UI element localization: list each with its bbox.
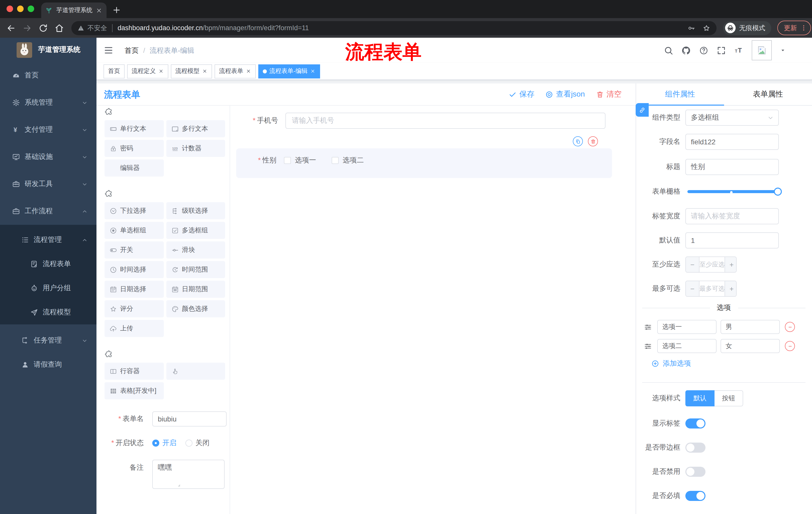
github-icon[interactable]	[682, 46, 691, 55]
search-icon[interactable]	[664, 46, 673, 55]
sidebar-subitem-流程表单[interactable]: 流程表单	[0, 252, 96, 276]
palette-item-下拉选择[interactable]: 下拉选择	[105, 202, 164, 219]
palette-item-多行文本[interactable]: 多行文本	[166, 120, 225, 137]
field-title-input[interactable]: 性别	[685, 159, 779, 175]
view-json-button[interactable]: 查看json	[546, 89, 585, 99]
back-icon[interactable]	[6, 23, 16, 33]
toggle-显示标签[interactable]	[685, 418, 705, 429]
palette-item-日期范围[interactable]: 日期范围	[166, 281, 225, 298]
tag-首页[interactable]: 首页	[104, 64, 125, 78]
tag-流程表单-编辑[interactable]: 流程表单-编辑	[258, 64, 320, 78]
bookmark-star-icon[interactable]	[702, 24, 710, 32]
sidebar-item-工作流程[interactable]: 工作流程	[0, 198, 96, 225]
resize-grip-icon[interactable]	[175, 482, 181, 487]
palette-item-上传[interactable]: 上传	[105, 320, 164, 337]
menu-dots-icon[interactable]	[800, 24, 808, 32]
tag-close-icon[interactable]	[246, 69, 251, 74]
address-bar[interactable]: 不安全 dashboard.yudao.iocoder.cn /bpm/mana…	[71, 21, 717, 35]
browser-tab[interactable]: 芋道管理系统	[41, 2, 107, 18]
traffic-light-minimize[interactable]	[17, 5, 24, 12]
sidebar-item-首页[interactable]: 首页	[0, 62, 96, 89]
palette-item-颜色选择[interactable]: 颜色选择	[166, 300, 225, 317]
sidebar-item-请假查询[interactable]: 请假查询	[0, 353, 96, 377]
clear-button[interactable]: 清空	[596, 89, 621, 99]
selected-component-gender[interactable]: *性别 选项一选项二	[236, 148, 612, 178]
palette-item-编辑器[interactable]: 编辑器	[105, 159, 164, 177]
font-size-icon[interactable]: TT	[734, 46, 744, 55]
traffic-light-zoom[interactable]	[28, 5, 34, 12]
drag-handle-icon[interactable]	[644, 342, 652, 350]
stepper-minus[interactable]: −	[686, 257, 699, 272]
user-avatar[interactable]	[752, 40, 772, 60]
sidebar-subitem-用户分组[interactable]: 用户分组	[0, 276, 96, 300]
field-name-input[interactable]: field122	[685, 134, 779, 150]
option-label-input[interactable]: 选项二	[657, 339, 717, 353]
save-button[interactable]: 保存	[509, 89, 534, 99]
palette-item-行容器[interactable]: 行容器	[105, 362, 164, 380]
sidebar-item-系统管理[interactable]: 系统管理	[0, 89, 96, 116]
help-question-icon[interactable]	[699, 46, 708, 55]
palette-item-级联选择[interactable]: 级联选择	[166, 202, 225, 219]
traffic-light-close[interactable]	[6, 5, 13, 12]
option-value-input[interactable]: 女	[721, 339, 780, 353]
palette-item-时间选择[interactable]: 时间选择	[105, 261, 164, 278]
tag-流程定义[interactable]: 流程定义	[127, 64, 168, 78]
update-button[interactable]: 更新	[777, 21, 811, 35]
palette-item-多选框组[interactable]: 多选框组	[166, 222, 225, 239]
palette-item-评分[interactable]: 评分	[105, 300, 164, 317]
min-select-stepper[interactable]: − 至少应选 +	[685, 256, 736, 273]
home-icon[interactable]	[54, 23, 64, 33]
component-type-select[interactable]: 多选框组	[685, 110, 779, 126]
palette-item-时间范围[interactable]: 时间范围	[166, 261, 225, 278]
option-value-input[interactable]: 男	[721, 320, 780, 334]
new-tab-button[interactable]	[112, 5, 122, 15]
form-grid-slider[interactable]	[687, 184, 778, 200]
avatar-caret-down-icon[interactable]	[780, 47, 786, 53]
label-width-input[interactable]: 请输入标签宽度	[685, 208, 779, 224]
sidebar-item-支付管理[interactable]: ¥支付管理	[0, 116, 96, 143]
drag-handle-icon[interactable]	[644, 323, 652, 331]
palette-item-表格[开发中][interactable]: 表格[开发中]	[105, 382, 164, 399]
stepper-minus[interactable]: −	[686, 281, 699, 296]
status-radio-off[interactable]: 关闭	[185, 438, 209, 448]
tab-form-props[interactable]: 表单属性	[724, 83, 812, 105]
fullscreen-icon[interactable]	[717, 46, 726, 55]
option-label-input[interactable]: 选项一	[657, 320, 717, 334]
style-button-button[interactable]: 按钮	[715, 390, 743, 406]
tab-close-icon[interactable]	[95, 7, 103, 14]
gender-option-选项一[interactable]: 选项一	[284, 156, 316, 165]
palette-item-密码[interactable]: 密码	[105, 140, 164, 157]
status-radio-on[interactable]: 开启	[152, 438, 176, 448]
palette-item-滑块[interactable]: 滑块	[166, 241, 225, 259]
checkbox-icon[interactable]	[284, 157, 291, 164]
reload-icon[interactable]	[38, 23, 48, 33]
palette-item-按钮[interactable]: 按钮	[166, 362, 225, 380]
gender-option-选项二[interactable]: 选项二	[331, 156, 364, 165]
palette-item-日期选择[interactable]: 日期选择	[105, 281, 164, 298]
sidebar-item-基础设施[interactable]: 基础设施	[0, 143, 96, 170]
copy-component-button[interactable]	[573, 136, 583, 146]
tag-close-icon[interactable]	[202, 69, 207, 74]
breadcrumb-home[interactable]: 首页	[125, 46, 139, 55]
default-value-input[interactable]: 1	[685, 232, 779, 248]
slider-handle[interactable]	[774, 188, 782, 196]
sidebar-collapse-icon[interactable]	[104, 45, 114, 55]
sidebar-item-流程管理[interactable]: 流程管理	[0, 228, 96, 252]
form-name-input[interactable]	[152, 411, 227, 427]
palette-item-开关[interactable]: 开关	[105, 241, 164, 259]
forward-icon[interactable]	[22, 23, 32, 33]
palette-item-单选框组[interactable]: 单选框组	[105, 222, 164, 239]
remove-option-button[interactable]	[785, 322, 795, 332]
max-select-stepper[interactable]: − 最多可选 +	[685, 281, 736, 297]
add-option-button[interactable]: 添加选项	[651, 359, 691, 368]
checkbox-icon[interactable]	[331, 157, 339, 164]
slider-track[interactable]	[687, 190, 778, 193]
palette-item-单行文本[interactable]: 单行文本	[105, 120, 164, 137]
toggle-是否带边框[interactable]	[685, 442, 705, 453]
tag-close-icon[interactable]	[310, 69, 316, 74]
sidebar-subitem-流程模型[interactable]: 流程模型	[0, 300, 96, 324]
sidebar-item-研发工具[interactable]: 研发工具	[0, 170, 96, 198]
sidebar-logo[interactable]: 芋道管理系统	[0, 38, 96, 62]
sidebar-item-任务管理[interactable]: 任务管理	[0, 328, 96, 353]
palette-item-计数器[interactable]: 123计数器	[166, 140, 225, 157]
